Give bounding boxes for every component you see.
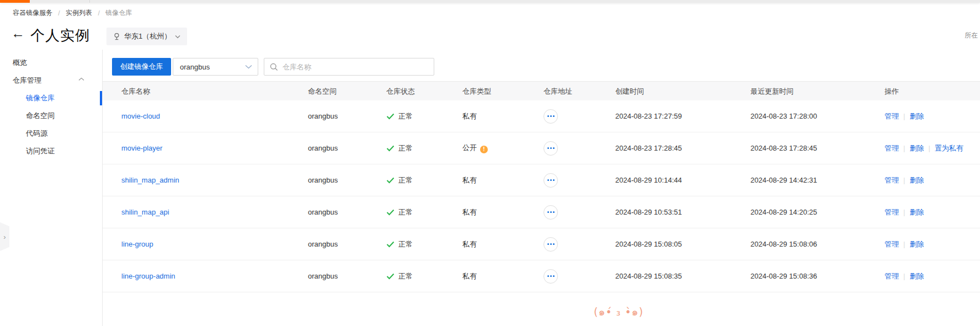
chevron-down-icon — [175, 35, 180, 39]
action-separator: | — [903, 272, 905, 280]
toolbar: 创建镜像仓库 orangbus — [103, 58, 980, 76]
col-actions: 操作 — [885, 82, 980, 100]
main-content: 创建镜像仓库 orangbus 仓库名称 命名空间 仓库状态 仓库类型 仓库地址… — [103, 50, 980, 326]
table-header: 仓库名称 命名空间 仓库状态 仓库类型 仓库地址 创建时间 最近更新时间 操作 — [103, 81, 980, 100]
table-row: movie-cloud orangbus 正常 私有 2024-08-23 17… — [103, 100, 980, 132]
breadcrumb-item-current: 镜像仓库 — [105, 9, 132, 17]
sidebar-item-label: 命名空间 — [26, 111, 55, 120]
manage-link[interactable]: 管理 — [885, 112, 899, 120]
active-tab-indicator — [0, 0, 30, 3]
manage-link[interactable]: 管理 — [885, 144, 899, 152]
col-namespace: 命名空间 — [308, 82, 386, 100]
repo-address-more-button[interactable] — [544, 269, 558, 284]
status-label: 正常 — [398, 207, 413, 217]
created-time: 2024-08-23 17:28:45 — [615, 144, 750, 152]
sidebar-item-label: 概览 — [13, 58, 27, 67]
repo-type: 私有 — [462, 111, 544, 121]
repo-name-link[interactable]: line-group — [121, 240, 153, 248]
col-address: 仓库地址 — [544, 82, 615, 100]
status-check-icon — [386, 177, 395, 184]
created-time: 2024-08-29 15:08:35 — [615, 272, 750, 280]
col-updated-time: 最近更新时间 — [750, 82, 885, 100]
delete-link[interactable]: 删除 — [909, 208, 924, 216]
delete-link[interactable]: 删除 — [909, 272, 924, 280]
status-label: 正常 — [398, 111, 413, 121]
repo-name-link[interactable]: line-group-admin — [121, 272, 175, 280]
namespace-select[interactable]: orangbus — [173, 58, 258, 76]
public-warning-icon[interactable]: ! — [480, 146, 488, 153]
repo-address-more-button[interactable] — [544, 205, 558, 220]
create-repo-button[interactable]: 创建镜像仓库 — [112, 58, 171, 76]
sidebar-item-namespaces[interactable]: 命名空间 — [0, 107, 102, 125]
sidebar-group-repo-management[interactable]: 仓库管理 — [0, 72, 102, 89]
breadcrumb-separator: / — [98, 9, 99, 17]
action-separator: | — [903, 240, 905, 248]
col-status: 仓库状态 — [386, 82, 462, 100]
sidebar-item-overview[interactable]: 概览 — [0, 54, 102, 72]
updated-time: 2024-08-29 14:20:25 — [750, 208, 885, 216]
search-input[interactable] — [283, 63, 428, 71]
manage-link[interactable]: 管理 — [885, 240, 899, 248]
table-row: movie-player orangbus 正常 公开! 2024-08-23 … — [103, 132, 980, 164]
delete-link[interactable]: 删除 — [909, 240, 924, 248]
repo-type: 私有 — [462, 271, 544, 281]
repo-name-link[interactable]: movie-cloud — [121, 112, 160, 120]
updated-time: 2024-08-29 14:42:31 — [750, 176, 885, 184]
sidebar-item-access-credentials[interactable]: 访问凭证 — [0, 142, 102, 160]
panel-expand-handle[interactable]: › — [0, 222, 9, 251]
repo-name-link[interactable]: shilin_map_api — [121, 208, 169, 216]
namespace-value: orangbus — [308, 208, 386, 216]
repo-type: 私有 — [462, 175, 544, 185]
breadcrumb-item-instances[interactable]: 实例列表 — [66, 9, 92, 17]
updated-time: 2024-08-29 15:08:06 — [750, 240, 885, 248]
repo-name-link[interactable]: movie-player — [121, 144, 162, 152]
table-row: line-group orangbus 正常 私有 2024-08-29 15:… — [103, 228, 980, 260]
sidebar-item-label: 代码源 — [26, 129, 47, 137]
namespace-value: orangbus — [308, 144, 386, 152]
sidebar-item-label: 镜像仓库 — [26, 94, 55, 102]
namespace-value: orangbus — [308, 176, 386, 184]
namespace-value: orangbus — [308, 112, 386, 120]
sidebar-item-code-source[interactable]: 代码源 — [0, 125, 102, 142]
repo-search-box[interactable] — [264, 58, 434, 76]
delete-link[interactable]: 删除 — [909, 176, 924, 184]
region-selector[interactable]: 华东1（杭州） — [106, 28, 187, 45]
updated-time: 2024-08-23 17:28:00 — [750, 112, 885, 120]
namespace-selected-value: orangbus — [180, 63, 245, 71]
chevron-up-icon — [78, 77, 84, 81]
search-icon — [270, 63, 278, 71]
set-private-link[interactable]: 置为私有 — [935, 144, 963, 152]
breadcrumb-separator: / — [58, 9, 60, 17]
region-label: 华东1（杭州） — [124, 31, 171, 41]
created-time: 2024-08-29 15:08:05 — [615, 240, 750, 248]
manage-link[interactable]: 管理 — [885, 208, 899, 216]
action-separator: | — [903, 144, 905, 152]
repo-address-more-button[interactable] — [544, 237, 558, 252]
repo-type: 私有 — [462, 207, 544, 217]
repo-type: 私有 — [462, 239, 544, 249]
sidebar-group-label: 仓库管理 — [13, 76, 41, 84]
sidebar-item-image-repos[interactable]: 镜像仓库 — [0, 89, 102, 107]
delete-link[interactable]: 删除 — [909, 112, 924, 120]
repo-name-link[interactable]: shilin_map_admin — [121, 176, 179, 184]
status-label: 正常 — [398, 239, 413, 249]
sidebar-item-label: 访问凭证 — [26, 147, 55, 155]
manage-link[interactable]: 管理 — [885, 176, 899, 184]
delete-link[interactable]: 删除 — [909, 144, 924, 152]
created-time: 2024-08-29 10:53:51 — [615, 208, 750, 216]
action-separator: | — [928, 144, 930, 152]
repo-address-more-button[interactable] — [544, 173, 558, 188]
status-check-icon — [386, 241, 395, 248]
status-check-icon — [386, 113, 395, 120]
breadcrumb-item-service[interactable]: 容器镜像服务 — [13, 9, 52, 17]
namespace-value: orangbus — [308, 240, 386, 248]
table-row: shilin_map_api orangbus 正常 私有 2024-08-29… — [103, 196, 980, 228]
back-arrow-icon[interactable]: ← — [11, 26, 25, 40]
manage-link[interactable]: 管理 — [885, 272, 899, 280]
repo-address-more-button[interactable] — [544, 109, 558, 124]
repo-type: 公开 — [462, 143, 477, 152]
namespace-value: orangbus — [308, 272, 386, 280]
chevron-down-icon — [245, 65, 252, 69]
repo-address-more-button[interactable] — [544, 141, 558, 156]
action-separator: | — [903, 208, 905, 216]
